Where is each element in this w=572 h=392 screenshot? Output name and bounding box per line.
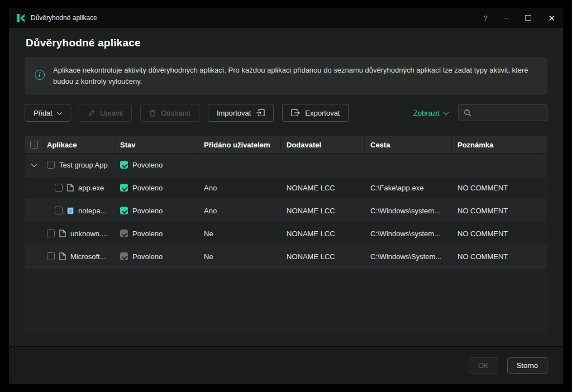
- minimize-button[interactable]: −: [504, 15, 509, 22]
- vendor-cell: NONAME LCC: [281, 184, 365, 192]
- table-row[interactable]: app.exe Povoleno Ano NONAME LCC C:\Fake\…: [25, 176, 547, 199]
- trash-icon: [149, 109, 156, 117]
- row-checkbox[interactable]: [47, 230, 55, 237]
- file-icon: [67, 184, 74, 192]
- info-banner: i Aplikace nekontroluje aktivity důvěryh…: [25, 57, 547, 95]
- status-label: Povoleno: [132, 230, 163, 238]
- row-checkbox[interactable]: [47, 161, 55, 169]
- vendor-cell: NONAME LCC: [281, 252, 365, 261]
- export-button[interactable]: Exportovat: [282, 104, 349, 122]
- column-header-dodavatel[interactable]: Dodavatel: [281, 136, 365, 153]
- page-title: Důvěryhodné aplikace: [26, 37, 547, 49]
- row-name: notepa...: [78, 207, 107, 215]
- add-button[interactable]: Přidat: [25, 104, 70, 122]
- row-name: unknown....: [70, 230, 108, 238]
- path-cell: C:\Fake\app.exe: [365, 184, 452, 192]
- status-checkbox[interactable]: [120, 184, 128, 192]
- row-checkbox[interactable]: [47, 252, 55, 260]
- status-label: Povoleno: [132, 252, 163, 261]
- added-cell: Ne: [198, 252, 281, 261]
- titlebar: Důvěryhodné aplikace ? − ✕: [9, 8, 563, 28]
- column-header-poznamka[interactable]: Poznámka: [452, 136, 537, 153]
- import-button[interactable]: Importovat: [208, 104, 274, 122]
- export-icon: [291, 109, 300, 117]
- chevron-down-icon: [444, 109, 449, 115]
- edit-button: Upravit: [79, 104, 132, 122]
- path-cell: C:\Windows\system...: [365, 207, 452, 215]
- close-button[interactable]: ✕: [548, 14, 555, 22]
- main-content: Důvěryhodné aplikace i Aplikace nekontro…: [9, 28, 563, 346]
- table-row[interactable]: Microsoft... Povoleno Ne NONAME LCC C:\W…: [25, 245, 547, 268]
- chevron-down-icon: [57, 109, 63, 115]
- table-empty-area: [25, 268, 547, 333]
- select-all-checkbox[interactable]: [30, 141, 38, 149]
- comment-cell: NO COMMENT: [452, 184, 537, 192]
- applications-table: Aplikace Stav Přidáno uživatelem Dodavat…: [25, 136, 547, 333]
- vendor-cell: NONAME LCC: [281, 207, 365, 215]
- column-header-stav[interactable]: Stav: [115, 136, 198, 153]
- search-box[interactable]: [458, 104, 547, 121]
- pencil-icon: [88, 109, 95, 117]
- row-name: app.exe: [78, 184, 104, 192]
- info-icon: i: [35, 70, 45, 80]
- view-link-label: Zobrazit: [413, 109, 440, 117]
- row-checkbox[interactable]: [55, 207, 63, 214]
- add-button-label: Přidat: [34, 109, 53, 117]
- comment-cell: NO COMMENT: [452, 252, 537, 261]
- status-checkbox[interactable]: [120, 207, 128, 214]
- comment-cell: NO COMMENT: [452, 207, 537, 215]
- file-icon: [59, 252, 66, 260]
- delete-button: Odstranit: [140, 104, 199, 122]
- status-checkbox-disabled: [120, 230, 128, 237]
- notepad-icon: [67, 207, 74, 214]
- added-cell: Ano: [198, 184, 281, 192]
- table-header: Aplikace Stav Přidáno uživatelem Dodavat…: [25, 136, 547, 154]
- file-icon: [59, 230, 66, 237]
- status-checkbox[interactable]: [120, 161, 128, 169]
- status-label: Povoleno: [132, 207, 163, 215]
- status-checkbox-disabled: [120, 252, 128, 260]
- status-label: Povoleno: [132, 184, 163, 192]
- info-banner-text: Aplikace nekontroluje aktivity důvěryhod…: [53, 65, 533, 87]
- table-row[interactable]: unknown.... Povoleno Ne NONAME LCC C:\Wi…: [25, 222, 547, 245]
- added-cell: Ano: [198, 207, 281, 215]
- window-title: Důvěryhodné aplikace: [31, 14, 97, 22]
- path-cell: C:\Windows\system...: [365, 230, 452, 238]
- table-row-group[interactable]: Test group App Povoleno: [25, 154, 547, 176]
- cancel-button[interactable]: Storno: [507, 357, 547, 374]
- row-checkbox[interactable]: [55, 184, 63, 192]
- row-name: Microsoft...: [70, 252, 106, 261]
- app-window: Důvěryhodné aplikace ? − ✕ Důvěryhodné a…: [9, 8, 563, 384]
- export-button-label: Exportovat: [305, 109, 340, 117]
- expand-chevron-down-icon[interactable]: [31, 162, 37, 167]
- status-label: Povoleno: [132, 161, 163, 169]
- import-icon: [256, 109, 265, 117]
- column-header-spacer: [537, 136, 547, 153]
- column-header-cesta[interactable]: Cesta: [365, 136, 452, 153]
- row-name: Test group App: [59, 161, 108, 169]
- added-cell: Ne: [198, 230, 281, 238]
- help-button[interactable]: ?: [484, 15, 488, 22]
- ok-button: OK: [469, 357, 498, 374]
- search-input[interactable]: [475, 109, 542, 117]
- toolbar: Přidat Upravit Odstranit Importovat: [25, 104, 547, 122]
- vendor-cell: NONAME LCC: [281, 230, 365, 238]
- column-header-aplikace[interactable]: Aplikace: [44, 136, 115, 153]
- view-link[interactable]: Zobrazit: [413, 109, 448, 117]
- path-cell: C:\Windows\System...: [365, 252, 452, 261]
- column-header-pridano[interactable]: Přidáno uživatelem: [198, 136, 281, 153]
- footer-bar: OK Storno: [9, 346, 563, 384]
- delete-button-label: Odstranit: [161, 109, 190, 117]
- maximize-button[interactable]: [525, 15, 531, 21]
- import-button-label: Importovat: [217, 109, 251, 117]
- table-row[interactable]: notepa... Povoleno Ano NONAME LCC C:\Win…: [25, 199, 547, 222]
- search-icon: [464, 109, 471, 117]
- comment-cell: NO COMMENT: [452, 230, 537, 238]
- kaspersky-logo-icon: [17, 13, 26, 22]
- edit-button-label: Upravit: [100, 109, 123, 117]
